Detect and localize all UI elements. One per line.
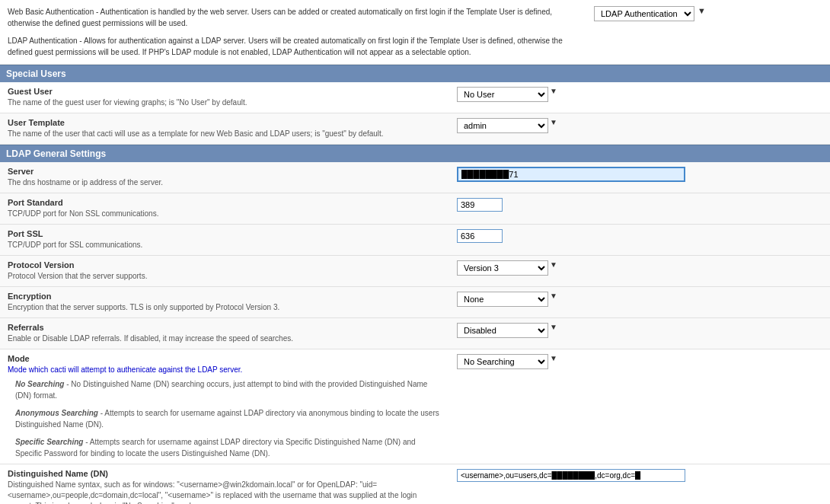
ldap-general-header: LDAP General Settings <box>0 145 830 162</box>
server-label-cell: Server The dns hostname or ip address of… <box>0 162 449 193</box>
dn-value-cell <box>449 464 830 504</box>
anonymous-searching-desc-block: Anonymous Searching - Attempts to search… <box>15 407 442 430</box>
encryption-desc: Encryption that the server supports. TLS… <box>8 303 279 311</box>
protocol-version-row: Protocol Version Protocol Version that t… <box>0 256 830 287</box>
mode-desc: Mode which cacti will attempt to autheni… <box>8 365 242 374</box>
top-section-right: LDAP Authentication ▼ <box>586 0 830 64</box>
port-standard-row: Port Standard TCP/UDP port for Non SSL c… <box>0 193 830 225</box>
specific-searching-desc-block: Specific Searching - Attempts search for… <box>15 436 442 459</box>
server-input[interactable] <box>457 167 685 182</box>
guest-user-value-cell: No User ▼ <box>449 82 830 113</box>
mode-arrow: ▼ <box>550 354 557 362</box>
protocol-version-label-cell: Protocol Version Protocol Version that t… <box>0 256 449 286</box>
port-standard-desc: TCP/UDP port for Non SSL communications. <box>8 209 158 218</box>
port-standard-title: Port Standard <box>8 198 442 207</box>
encryption-select[interactable]: None <box>457 292 548 307</box>
referrals-value-cell: Disabled ▼ <box>449 318 830 349</box>
web-basic-desc: Web Basic Authentication - Authenticatio… <box>8 6 579 29</box>
port-ssl-desc: TCP/UDP port for SSL communications. <box>8 241 142 249</box>
mode-descriptions: No Searching - No Distinguished Name (DN… <box>8 374 442 462</box>
auth-select-arrow: ▼ <box>698 6 706 15</box>
no-searching-label: No Searching <box>15 380 64 388</box>
no-searching-desc-block: No Searching - No Distinguished Name (DN… <box>15 378 442 401</box>
mode-row-inner: Mode Mode which cacti will attempt to au… <box>0 349 830 464</box>
user-template-title: User Template <box>8 118 442 127</box>
distinguished-name-row: Distinguished Name (DN) Distinguished Na… <box>0 464 830 504</box>
encryption-title: Encryption <box>8 292 442 301</box>
encryption-row: Encryption Encryption that the server su… <box>0 287 830 318</box>
dn-label-cell: Distinguished Name (DN) Distinguished Na… <box>0 464 449 504</box>
referrals-title: Referrals <box>8 323 442 332</box>
guest-user-label-cell: Guest User The name of the guest user fo… <box>0 82 449 113</box>
user-template-select[interactable]: admin <box>457 118 548 133</box>
port-ssl-value-cell <box>449 225 830 255</box>
mode-row: Mode Mode which cacti will attempt to au… <box>0 349 830 464</box>
port-ssl-label-cell: Port SSL TCP/UDP port for SSL communicat… <box>0 225 449 255</box>
referrals-select[interactable]: Disabled <box>457 323 548 338</box>
guest-user-desc: The name of the guest user for viewing g… <box>8 98 247 107</box>
port-ssl-row: Port SSL TCP/UDP port for SSL communicat… <box>0 225 830 256</box>
protocol-version-desc: Protocol Version that the server support… <box>8 272 147 280</box>
dn-title: Distinguished Name (DN) <box>8 469 442 478</box>
special-users-header: Special Users <box>0 65 830 82</box>
mode-value-cell: No Searching ▼ <box>449 349 830 464</box>
dn-input[interactable] <box>457 469 685 482</box>
guest-user-select[interactable]: No User <box>457 87 548 102</box>
mode-label-cell: Mode Mode which cacti will attempt to au… <box>0 349 449 464</box>
encryption-arrow: ▼ <box>550 292 557 300</box>
guest-user-title: Guest User <box>8 87 442 96</box>
top-desc-left: Web Basic Authentication - Authenticatio… <box>0 0 586 64</box>
user-template-row: User Template The name of the user that … <box>0 113 830 145</box>
port-ssl-input[interactable] <box>457 229 503 243</box>
protocol-version-select[interactable]: Version 3 <box>457 260 548 276</box>
auth-type-select[interactable]: LDAP Authentication <box>594 6 694 21</box>
protocol-version-arrow: ▼ <box>550 260 557 269</box>
referrals-arrow: ▼ <box>550 323 557 331</box>
referrals-row: Referrals Enable or Disable LDAP referra… <box>0 318 830 349</box>
guest-user-select-arrow: ▼ <box>550 87 557 95</box>
referrals-label-cell: Referrals Enable or Disable LDAP referra… <box>0 318 449 349</box>
protocol-version-value-cell: Version 3 ▼ <box>449 256 830 286</box>
mode-title: Mode <box>8 354 442 363</box>
page-container: Web Basic Authentication - Authenticatio… <box>0 0 830 504</box>
ldap-auth-desc: LDAP Authentication - Allows for authent… <box>8 35 579 58</box>
port-standard-value-cell <box>449 193 830 224</box>
encryption-label-cell: Encryption Encryption that the server su… <box>0 287 449 317</box>
mode-select[interactable]: No Searching <box>457 354 548 369</box>
protocol-version-title: Protocol Version <box>8 260 442 270</box>
dn-desc: Distinguished Name syntax, such as for w… <box>8 480 417 504</box>
server-title: Server <box>8 167 442 176</box>
guest-user-row: Guest User The name of the guest user fo… <box>0 82 830 113</box>
referrals-desc: Enable or Disable LDAP referrals. If dis… <box>8 334 293 343</box>
user-template-label-cell: User Template The name of the user that … <box>0 113 449 144</box>
port-standard-input[interactable] <box>457 198 503 212</box>
user-template-value-cell: admin ▼ <box>449 113 830 144</box>
port-ssl-title: Port SSL <box>8 229 442 238</box>
user-template-select-arrow: ▼ <box>550 118 557 126</box>
server-row: Server The dns hostname or ip address of… <box>0 162 830 193</box>
server-desc: The dns hostname or ip address of the se… <box>8 178 163 187</box>
server-value-cell <box>449 162 830 193</box>
specific-searching-label: Specific Searching <box>15 438 83 446</box>
no-searching-desc: No Distinguished Name (DN) searching occ… <box>15 380 427 400</box>
port-standard-label-cell: Port Standard TCP/UDP port for Non SSL c… <box>0 193 449 224</box>
encryption-value-cell: None ▼ <box>449 287 830 317</box>
anonymous-searching-label: Anonymous Searching <box>15 409 98 417</box>
top-section: Web Basic Authentication - Authenticatio… <box>0 0 830 65</box>
user-template-desc: The name of the user that cacti will use… <box>8 129 384 138</box>
